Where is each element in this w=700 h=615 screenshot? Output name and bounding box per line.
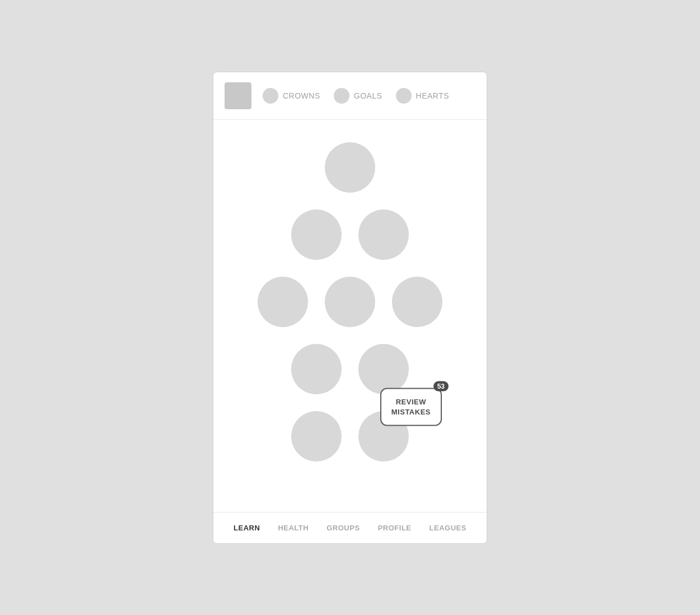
hearts-label: HEARTS [416,91,450,100]
review-btn-text: REVIEW MISTAKES [391,397,431,417]
nav-item-learn[interactable]: LEARN [229,521,264,534]
circle[interactable] [258,277,308,327]
review-container: 53 REVIEW MISTAKES [380,388,442,426]
review-mistakes-button[interactable]: REVIEW MISTAKES [380,388,442,426]
goals-icon [334,88,349,104]
avatar [225,82,251,109]
stat-goals: GOALS [334,88,382,104]
stat-crowns: CROWNS [263,88,320,104]
phone-container: CROWNS GOALS HEARTS [213,72,487,544]
nav-item-profile[interactable]: PROFILE [374,521,416,534]
nav-item-groups[interactable]: GROUPS [322,521,364,534]
header-stats: CROWNS GOALS HEARTS [263,88,449,104]
crowns-icon [263,88,278,104]
bottom-nav: LEARN HEALTH GROUPS PROFILE LEAGUES [213,512,487,543]
circle-row-2 [291,209,409,260]
stat-hearts: HEARTS [396,88,450,104]
goals-label: GOALS [354,91,382,100]
nav-item-health[interactable]: HEALTH [273,521,313,534]
hearts-icon [396,88,412,104]
circle[interactable] [291,209,342,260]
review-button-container: 53 REVIEW MISTAKES [380,382,464,426]
row-with-review: 53 REVIEW MISTAKES [213,344,487,394]
review-badge: 53 [433,381,449,391]
main-content: 53 REVIEW MISTAKES [213,120,487,512]
nav-item-leagues[interactable]: LEAGUES [425,521,471,534]
circle-row-1 [325,142,375,193]
circles-area: 53 REVIEW MISTAKES [213,131,487,473]
circle[interactable] [325,142,375,193]
circle[interactable] [291,411,342,462]
circle-row-3 [258,277,442,327]
crowns-label: CROWNS [283,91,320,100]
header: CROWNS GOALS HEARTS [213,72,487,120]
circle[interactable] [392,277,442,327]
circle[interactable] [358,209,409,260]
circle[interactable] [325,277,375,327]
circle[interactable] [291,344,342,394]
